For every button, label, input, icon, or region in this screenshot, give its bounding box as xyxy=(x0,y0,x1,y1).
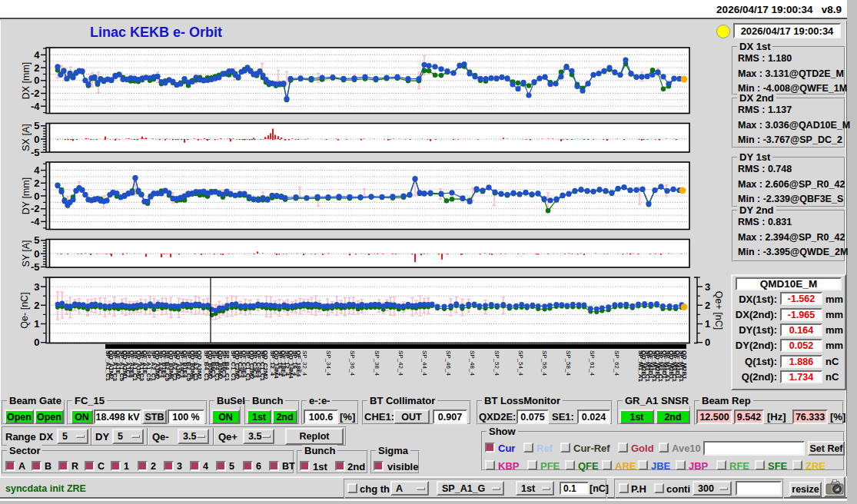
svg-text:SP_32_4: SP_32_4 xyxy=(301,350,308,376)
svg-text:0: 0 xyxy=(34,191,39,202)
svg-text:2: 2 xyxy=(705,300,710,311)
svg-text:-2: -2 xyxy=(31,203,40,214)
svg-text:SP_36_4: SP_36_4 xyxy=(349,350,356,376)
svg-text:QD_M2B1: QD_M2B1 xyxy=(681,350,688,380)
svg-text:3: 3 xyxy=(705,281,710,293)
svg-text:1: 1 xyxy=(34,318,39,330)
svg-text:QD_A3M2: QD_A3M2 xyxy=(196,350,203,380)
svg-text:SP_46_4: SP_46_4 xyxy=(445,350,452,376)
svg-text:SP_62_4: SP_62_4 xyxy=(613,350,620,376)
svg-text:SP_58_4: SP_58_4 xyxy=(565,350,572,376)
svg-text:QF_18E4: QF_18E4 xyxy=(295,350,302,377)
svg-text:5: 5 xyxy=(34,234,39,246)
svg-text:Qe- [nC]: Qe- [nC] xyxy=(19,292,30,328)
svg-text:2: 2 xyxy=(34,177,39,189)
svg-text:SP_61_4: SP_61_4 xyxy=(589,350,596,376)
svg-text:0: 0 xyxy=(34,337,39,348)
svg-text:SP_56_4: SP_56_4 xyxy=(541,350,548,376)
svg-text:2: 2 xyxy=(34,62,39,74)
svg-text:QD_C2M2: QD_C2M2 xyxy=(262,350,269,380)
svg-text:SP_38_4: SP_38_4 xyxy=(374,350,380,376)
svg-text:-5: -5 xyxy=(31,261,40,273)
svg-text:-4: -4 xyxy=(31,101,40,112)
svg-text:SP_44_4: SP_44_4 xyxy=(421,350,428,376)
svg-text:-5: -5 xyxy=(31,147,40,158)
svg-text:-4: -4 xyxy=(31,216,40,227)
svg-text:1: 1 xyxy=(705,318,710,330)
svg-text:5: 5 xyxy=(34,120,39,131)
svg-text:2: 2 xyxy=(34,300,39,311)
svg-text:SP_34_4: SP_34_4 xyxy=(325,350,332,376)
svg-text:DY [mm]: DY [mm] xyxy=(21,177,32,214)
svg-text:0: 0 xyxy=(705,337,710,348)
svg-text:0: 0 xyxy=(34,75,39,86)
svg-text:SP_48_4: SP_48_4 xyxy=(469,350,476,376)
svg-text:SY [A]: SY [A] xyxy=(21,240,32,267)
svg-text:3: 3 xyxy=(34,281,39,293)
svg-text:SP_B4_C1: SP_B4_C1 xyxy=(224,350,231,382)
svg-text:SX [A]: SX [A] xyxy=(21,124,32,151)
svg-text:Qe+ [nC]: Qe+ [nC] xyxy=(713,291,724,330)
svg-text:DX [mm]: DX [mm] xyxy=(21,62,32,100)
svg-text:0: 0 xyxy=(34,134,39,145)
svg-text:SP_54_4: SP_54_4 xyxy=(517,350,524,376)
svg-text:0: 0 xyxy=(34,248,39,260)
svg-text:SP_52_4: SP_52_4 xyxy=(493,350,500,376)
svg-text:SP_42_4: SP_42_4 xyxy=(397,350,404,376)
svg-text:4: 4 xyxy=(34,49,40,61)
svg-text:-2: -2 xyxy=(31,88,40,99)
svg-text:4: 4 xyxy=(34,164,40,176)
